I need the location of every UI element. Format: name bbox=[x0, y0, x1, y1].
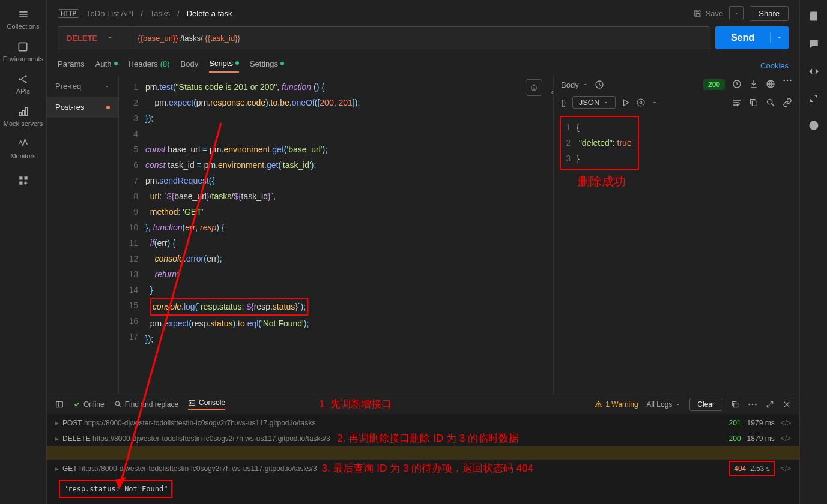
nav-more[interactable] bbox=[18, 175, 29, 186]
tab-headers[interactable]: Headers (8) bbox=[129, 59, 170, 72]
svg-rect-20 bbox=[56, 401, 63, 407]
close-icon[interactable] bbox=[783, 400, 791, 409]
tab-postres[interactable]: Post-res bbox=[47, 97, 118, 118]
clock-icon[interactable] bbox=[732, 79, 742, 89]
clear-button[interactable]: Clear bbox=[689, 398, 722, 411]
download-icon[interactable] bbox=[749, 79, 759, 89]
svg-point-9 bbox=[535, 88, 535, 88]
nav-apis[interactable]: APIs bbox=[16, 73, 30, 95]
history-icon[interactable] bbox=[595, 80, 604, 89]
status-code: 200 bbox=[703, 79, 725, 90]
docs-icon[interactable] bbox=[808, 11, 819, 22]
line-gutter: 1234567891011121314151617 bbox=[119, 76, 145, 394]
send-dropdown[interactable] bbox=[770, 32, 789, 43]
dot-icon bbox=[280, 62, 284, 65]
method-select[interactable]: DELETE bbox=[58, 27, 130, 49]
comments-icon[interactable] bbox=[808, 38, 819, 49]
response-body[interactable]: 1{ 2 "deleted": true 3} 删除成功 bbox=[554, 111, 799, 394]
chevron-down-icon[interactable] bbox=[652, 100, 658, 106]
console-row-highlighted[interactable] bbox=[47, 446, 799, 460]
svg-rect-22 bbox=[189, 400, 195, 406]
nav-environments[interactable]: Environments bbox=[3, 41, 43, 62]
svg-point-16 bbox=[637, 99, 644, 106]
svg-point-17 bbox=[640, 101, 642, 104]
url-row: DELETE {{base_url}} /tasks/ {{task_id}} … bbox=[47, 26, 799, 55]
svg-rect-0 bbox=[19, 43, 27, 50]
ai-assist-button[interactable] bbox=[526, 79, 542, 96]
dot-icon bbox=[235, 61, 239, 65]
warning-badge[interactable]: 1 Warning bbox=[595, 400, 638, 409]
tab-auth[interactable]: Auth bbox=[95, 59, 118, 72]
console-panel: ▸ POST https://8000-djwester-todolisttes… bbox=[47, 414, 799, 504]
svg-rect-4 bbox=[19, 176, 22, 179]
find-replace[interactable]: Find and replace bbox=[114, 400, 178, 409]
expand-icon[interactable] bbox=[809, 94, 819, 103]
console-row[interactable]: ▸ GET https://8000-djwester-todolisttest… bbox=[47, 460, 799, 478]
console-row[interactable]: ▸ DELETE https://8000-djwester-todolistt… bbox=[47, 431, 799, 446]
nav-mock[interactable]: Mock servers bbox=[4, 106, 43, 127]
svg-point-21 bbox=[115, 401, 120, 406]
tab-scripts[interactable]: Scripts bbox=[209, 59, 239, 73]
format-select[interactable]: JSON bbox=[572, 96, 616, 109]
globe-icon[interactable] bbox=[766, 79, 775, 89]
console-tab[interactable]: Console bbox=[188, 398, 225, 410]
response-panel: Body 200 {} JSON bbox=[553, 76, 799, 394]
play-icon[interactable] bbox=[622, 98, 630, 107]
code-editor[interactable]: 1234567891011121314151617 pm.test("Statu… bbox=[119, 76, 553, 394]
nav-collections[interactable]: Collections bbox=[7, 8, 40, 30]
topbar: HTTP ToDo List API / Tasks / Delete a ta… bbox=[47, 0, 799, 26]
info-icon[interactable] bbox=[808, 120, 819, 131]
dot-icon bbox=[106, 106, 110, 109]
more-icon[interactable] bbox=[748, 403, 757, 406]
search-icon[interactable] bbox=[766, 98, 775, 107]
main-column: HTTP ToDo List API / Tasks / Delete a ta… bbox=[47, 0, 799, 504]
highlighted-line: console.log(`resp.status: ${resp.status}… bbox=[150, 298, 308, 316]
wrap-icon[interactable] bbox=[732, 98, 742, 107]
tab-body[interactable]: Body bbox=[181, 59, 199, 72]
annotation-2: 2. 再调删除接口删除 ID 为 3 的临时数据 bbox=[338, 432, 519, 445]
tab-params[interactable]: Params bbox=[58, 59, 85, 72]
copy-icon[interactable] bbox=[731, 400, 739, 409]
nav-monitors[interactable]: Monitors bbox=[10, 138, 35, 160]
svg-rect-18 bbox=[752, 101, 757, 106]
send-button[interactable]: Send bbox=[715, 32, 770, 43]
log-filter[interactable]: All Logs bbox=[647, 400, 682, 409]
svg-rect-5 bbox=[24, 176, 27, 179]
collapse-panel-icon[interactable]: ‹ bbox=[551, 84, 553, 100]
response-highlight: 1{ 2 "deleted": true 3} bbox=[560, 116, 639, 170]
tab-prereq[interactable]: Pre-req bbox=[47, 76, 118, 97]
cookies-link[interactable]: Cookies bbox=[760, 61, 789, 70]
annotation-1: 1. 先调新增接口 bbox=[319, 397, 392, 411]
save-dropdown[interactable] bbox=[729, 6, 744, 20]
code-icon[interactable] bbox=[808, 66, 819, 77]
link-icon[interactable] bbox=[783, 98, 792, 107]
crumb-collection[interactable]: ToDo List API bbox=[86, 9, 133, 18]
expand-icon[interactable] bbox=[766, 400, 774, 409]
status-bar: Online Find and replace Console 1. 先调新增接… bbox=[47, 394, 799, 414]
response-body-tab[interactable]: Body bbox=[561, 80, 589, 89]
svg-point-2 bbox=[25, 75, 27, 77]
crumb-current: Delete a task bbox=[187, 9, 232, 18]
http-badge: HTTP bbox=[58, 9, 79, 18]
share-button[interactable]: Share bbox=[750, 6, 789, 21]
crumb-folder[interactable]: Tasks bbox=[150, 9, 170, 18]
nav-label: APIs bbox=[16, 88, 30, 95]
url-input[interactable]: {{base_url}} /tasks/ {{task_id}} bbox=[130, 34, 710, 43]
annotation-3: 3. 最后查询 ID 为 3 的待办项，返回状态码 404 bbox=[322, 462, 533, 475]
sidebar-toggle[interactable] bbox=[55, 400, 64, 409]
online-status[interactable]: Online bbox=[73, 400, 105, 409]
visualize-icon[interactable] bbox=[636, 98, 646, 107]
nav-label: Environments bbox=[3, 55, 43, 62]
svg-point-3 bbox=[25, 81, 27, 83]
console-row[interactable]: ▸ POST https://8000-djwester-todolisttes… bbox=[47, 415, 799, 431]
nav-label: Monitors bbox=[10, 152, 35, 160]
svg-point-15 bbox=[790, 80, 792, 82]
tab-settings[interactable]: Settings bbox=[250, 59, 284, 72]
more-icon[interactable] bbox=[783, 79, 792, 82]
nav-label: Collections bbox=[7, 23, 40, 30]
code-body[interactable]: pm.test("Status code is 201 or 200", fun… bbox=[145, 76, 553, 394]
copy-icon[interactable] bbox=[749, 98, 759, 107]
svg-point-24 bbox=[748, 403, 750, 405]
script-type-tabs: Pre-req Post-res bbox=[47, 76, 119, 394]
save-button[interactable]: Save bbox=[694, 9, 724, 18]
